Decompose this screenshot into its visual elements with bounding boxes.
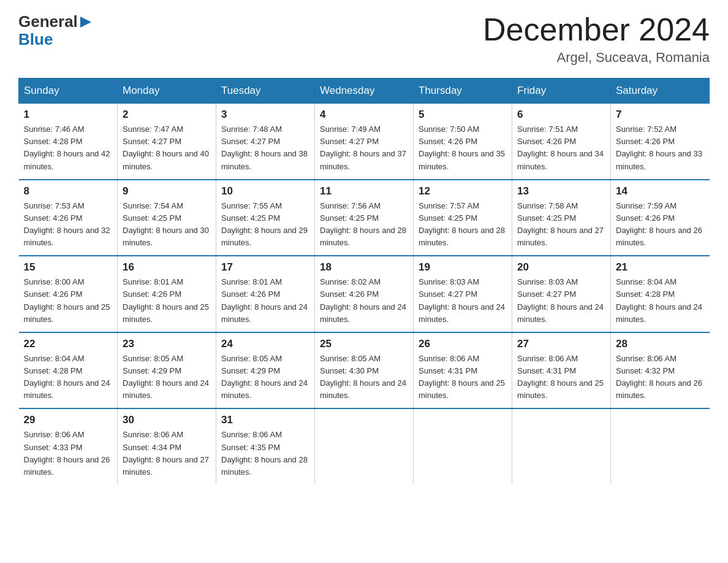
- day-number: 9: [123, 185, 211, 197]
- table-row: 11 Sunrise: 7:56 AMSunset: 4:25 PMDaylig…: [315, 180, 414, 256]
- calendar-week-row: 8 Sunrise: 7:53 AMSunset: 4:26 PMDayligh…: [19, 180, 710, 256]
- table-row: 27 Sunrise: 8:06 AMSunset: 4:31 PMDaylig…: [512, 332, 611, 409]
- table-row: 15 Sunrise: 8:00 AMSunset: 4:26 PMDaylig…: [19, 256, 118, 332]
- day-number: 1: [24, 109, 113, 121]
- day-number: 6: [517, 109, 605, 121]
- col-tuesday: Tuesday: [216, 79, 315, 104]
- table-row: 16 Sunrise: 8:01 AMSunset: 4:26 PMDaylig…: [118, 256, 216, 332]
- calendar-header-row: Sunday Monday Tuesday Wednesday Thursday…: [19, 79, 710, 104]
- col-sunday: Sunday: [19, 79, 118, 104]
- day-info: Sunrise: 8:01 AMSunset: 4:26 PMDaylight:…: [123, 276, 211, 326]
- table-row: 7 Sunrise: 7:52 AMSunset: 4:26 PMDayligh…: [611, 104, 710, 180]
- col-friday: Friday: [512, 79, 611, 104]
- day-number: 5: [419, 109, 507, 121]
- table-row: 18 Sunrise: 8:02 AMSunset: 4:26 PMDaylig…: [315, 256, 414, 332]
- calendar-week-row: 22 Sunrise: 8:04 AMSunset: 4:28 PMDaylig…: [19, 332, 710, 409]
- day-number: 15: [24, 261, 113, 274]
- svg-marker-0: [80, 17, 91, 28]
- day-info: Sunrise: 8:02 AMSunset: 4:26 PMDaylight:…: [320, 276, 408, 326]
- day-info: Sunrise: 8:01 AMSunset: 4:26 PMDaylight:…: [221, 276, 309, 326]
- table-row: 19 Sunrise: 8:03 AMSunset: 4:27 PMDaylig…: [414, 256, 512, 332]
- day-info: Sunrise: 7:58 AMSunset: 4:25 PMDaylight:…: [517, 200, 605, 250]
- logo-blue-text: Blue: [18, 30, 53, 49]
- day-info: Sunrise: 7:55 AMSunset: 4:25 PMDaylight:…: [221, 200, 309, 250]
- day-number: 25: [320, 338, 408, 350]
- day-info: Sunrise: 7:53 AMSunset: 4:26 PMDaylight:…: [24, 200, 113, 250]
- day-info: Sunrise: 7:56 AMSunset: 4:25 PMDaylight:…: [320, 200, 408, 250]
- day-info: Sunrise: 8:06 AMSunset: 4:34 PMDaylight:…: [123, 429, 211, 478]
- day-number: 17: [221, 261, 309, 274]
- col-thursday: Thursday: [414, 79, 512, 104]
- day-number: 18: [320, 261, 408, 274]
- calendar-table: Sunday Monday Tuesday Wednesday Thursday…: [18, 78, 710, 484]
- day-info: Sunrise: 7:57 AMSunset: 4:25 PMDaylight:…: [419, 200, 507, 250]
- table-row: [611, 408, 710, 484]
- day-info: Sunrise: 7:59 AMSunset: 4:26 PMDaylight:…: [616, 200, 705, 250]
- day-number: 28: [616, 338, 705, 350]
- day-info: Sunrise: 7:49 AMSunset: 4:27 PMDaylight:…: [320, 123, 408, 173]
- table-row: 20 Sunrise: 8:03 AMSunset: 4:27 PMDaylig…: [512, 256, 611, 332]
- table-row: [414, 408, 512, 484]
- day-info: Sunrise: 8:03 AMSunset: 4:27 PMDaylight:…: [419, 276, 507, 326]
- calendar-week-row: 1 Sunrise: 7:46 AMSunset: 4:28 PMDayligh…: [19, 104, 710, 180]
- table-row: 17 Sunrise: 8:01 AMSunset: 4:26 PMDaylig…: [216, 256, 315, 332]
- month-title: December 2024: [483, 12, 710, 47]
- table-row: 6 Sunrise: 7:51 AMSunset: 4:26 PMDayligh…: [512, 104, 611, 180]
- day-number: 8: [24, 185, 113, 197]
- day-number: 14: [616, 185, 705, 197]
- day-number: 21: [616, 261, 705, 274]
- table-row: 21 Sunrise: 8:04 AMSunset: 4:28 PMDaylig…: [611, 256, 710, 332]
- day-info: Sunrise: 8:03 AMSunset: 4:27 PMDaylight:…: [517, 276, 605, 326]
- col-monday: Monday: [118, 79, 216, 104]
- logo-arrow-icon: [80, 17, 91, 30]
- table-row: 12 Sunrise: 7:57 AMSunset: 4:25 PMDaylig…: [414, 180, 512, 256]
- day-number: 7: [616, 109, 705, 121]
- table-row: 31 Sunrise: 8:06 AMSunset: 4:35 PMDaylig…: [216, 408, 315, 484]
- table-row: 13 Sunrise: 7:58 AMSunset: 4:25 PMDaylig…: [512, 180, 611, 256]
- calendar-week-row: 29 Sunrise: 8:06 AMSunset: 4:33 PMDaylig…: [19, 408, 710, 484]
- day-info: Sunrise: 7:51 AMSunset: 4:26 PMDaylight:…: [517, 123, 605, 173]
- table-row: 10 Sunrise: 7:55 AMSunset: 4:25 PMDaylig…: [216, 180, 315, 256]
- location-label: Argel, Suceava, Romania: [483, 50, 710, 66]
- day-number: 29: [24, 414, 113, 426]
- table-row: 4 Sunrise: 7:49 AMSunset: 4:27 PMDayligh…: [315, 104, 414, 180]
- day-info: Sunrise: 8:04 AMSunset: 4:28 PMDaylight:…: [24, 353, 113, 402]
- day-info: Sunrise: 7:46 AMSunset: 4:28 PMDaylight:…: [24, 123, 113, 173]
- table-row: 30 Sunrise: 8:06 AMSunset: 4:34 PMDaylig…: [118, 408, 216, 484]
- day-number: 13: [517, 185, 605, 197]
- logo-general-text: General: [18, 12, 78, 31]
- day-number: 22: [24, 338, 113, 350]
- calendar-week-row: 15 Sunrise: 8:00 AMSunset: 4:26 PMDaylig…: [19, 256, 710, 332]
- day-number: 20: [517, 261, 605, 274]
- day-number: 11: [320, 185, 408, 197]
- table-row: 5 Sunrise: 7:50 AMSunset: 4:26 PMDayligh…: [414, 104, 512, 180]
- table-row: 26 Sunrise: 8:06 AMSunset: 4:31 PMDaylig…: [414, 332, 512, 409]
- table-row: 22 Sunrise: 8:04 AMSunset: 4:28 PMDaylig…: [19, 332, 118, 409]
- day-number: 2: [123, 109, 211, 121]
- day-info: Sunrise: 8:05 AMSunset: 4:29 PMDaylight:…: [221, 353, 309, 402]
- table-row: 3 Sunrise: 7:48 AMSunset: 4:27 PMDayligh…: [216, 104, 315, 180]
- day-number: 4: [320, 109, 408, 121]
- table-row: 24 Sunrise: 8:05 AMSunset: 4:29 PMDaylig…: [216, 332, 315, 409]
- day-number: 24: [221, 338, 309, 350]
- table-row: [315, 408, 414, 484]
- col-wednesday: Wednesday: [315, 79, 414, 104]
- day-info: Sunrise: 8:06 AMSunset: 4:33 PMDaylight:…: [24, 429, 113, 478]
- day-number: 30: [123, 414, 211, 426]
- logo: General Blue: [18, 12, 91, 49]
- day-info: Sunrise: 8:00 AMSunset: 4:26 PMDaylight:…: [24, 276, 113, 326]
- day-info: Sunrise: 8:05 AMSunset: 4:29 PMDaylight:…: [123, 353, 211, 402]
- day-info: Sunrise: 8:06 AMSunset: 4:31 PMDaylight:…: [419, 353, 507, 402]
- day-info: Sunrise: 8:06 AMSunset: 4:32 PMDaylight:…: [616, 353, 705, 402]
- table-row: 28 Sunrise: 8:06 AMSunset: 4:32 PMDaylig…: [611, 332, 710, 409]
- day-number: 27: [517, 338, 605, 350]
- day-number: 3: [221, 109, 309, 121]
- day-info: Sunrise: 8:06 AMSunset: 4:31 PMDaylight:…: [517, 353, 605, 402]
- day-number: 31: [221, 414, 309, 426]
- table-row: 25 Sunrise: 8:05 AMSunset: 4:30 PMDaylig…: [315, 332, 414, 409]
- day-info: Sunrise: 7:47 AMSunset: 4:27 PMDaylight:…: [123, 123, 211, 173]
- day-info: Sunrise: 7:54 AMSunset: 4:25 PMDaylight:…: [123, 200, 211, 250]
- day-number: 10: [221, 185, 309, 197]
- day-info: Sunrise: 7:52 AMSunset: 4:26 PMDaylight:…: [616, 123, 705, 173]
- day-number: 23: [123, 338, 211, 350]
